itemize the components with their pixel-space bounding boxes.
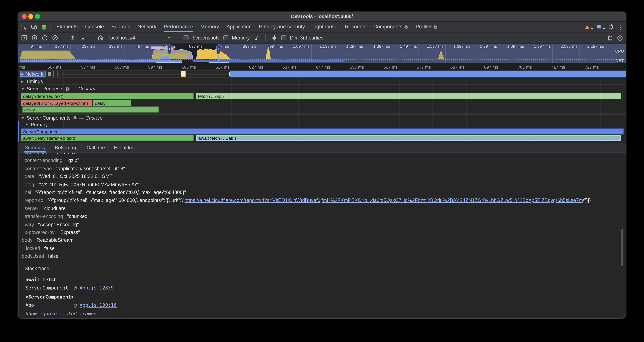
property-row: lockedfalse bbox=[18, 244, 625, 252]
flame-bar[interactable]: delay bbox=[93, 100, 131, 106]
tab-call-tree[interactable]: Call tree bbox=[82, 143, 110, 153]
server-components-track-header[interactable]: ▼Server Components — Custom bbox=[21, 115, 102, 121]
property-key: content-type bbox=[25, 166, 52, 171]
drag-handle-icon[interactable] bbox=[48, 71, 51, 76]
history-select[interactable]: localhost #4 ▼ bbox=[108, 35, 172, 41]
stack-trace-title: Stack trace bbox=[25, 265, 50, 271]
record-icon[interactable] bbox=[31, 35, 38, 41]
ruler-tick-label: 697 ms bbox=[477, 65, 498, 70]
flame-bar[interactable]: delay bbox=[22, 106, 159, 113]
tab-lighthouse[interactable]: Lighthouse bbox=[309, 22, 341, 32]
tab-bottom-up[interactable]: Bottom-up bbox=[50, 143, 82, 153]
source-location-link[interactable]: App.js:190:16 bbox=[80, 302, 116, 308]
show-ignore-listed-frames-link[interactable]: Show ignore-listed frames bbox=[26, 311, 97, 317]
ruler-tick-label: 667 ms bbox=[376, 65, 398, 70]
network-request-bar[interactable] bbox=[230, 71, 626, 77]
network-track-header[interactable]: ▶Network bbox=[20, 71, 51, 77]
tab-recorder[interactable]: Recorder bbox=[341, 22, 370, 32]
flame-chart[interactable]: ms 567 ms577 ms587 ms597 ms607 ms617 ms6… bbox=[18, 63, 626, 143]
flame-bar[interactable]: await fetch (…/api) bbox=[196, 135, 621, 141]
dim-3rd-parties-label[interactable]: Dim 3rd parties bbox=[290, 35, 324, 41]
scrollbar-thumb[interactable] bbox=[621, 229, 623, 266]
overview-tick-label: 1,797 ms bbox=[473, 44, 497, 49]
tab-performance[interactable]: Performance bbox=[160, 22, 197, 32]
download-profile-icon[interactable] bbox=[80, 35, 86, 41]
tab-console[interactable]: Console bbox=[81, 22, 108, 32]
ruler-tick-label: 677 ms bbox=[410, 65, 431, 70]
property-key: date bbox=[25, 174, 34, 179]
property-row: content-encoding"gzip" bbox=[18, 157, 625, 165]
property-value: "chunked" bbox=[67, 213, 89, 219]
property-row: connection"keep-alive" bbox=[18, 153, 625, 157]
screenshots-checkbox[interactable] bbox=[184, 35, 188, 40]
inspect-icon[interactable] bbox=[21, 24, 28, 30]
source-location-link[interactable]: App.js:128:9 bbox=[80, 285, 114, 290]
property-key: etag bbox=[25, 181, 34, 187]
server-requests-track-header[interactable]: ▼Server Requests — Custom bbox=[21, 86, 95, 92]
timeline-overview[interactable]: 97 ms197 ms297 ms397 ms497 ms597 ms697 m… bbox=[18, 44, 626, 63]
flame-bar[interactable]: ServerComponent bbox=[21, 128, 624, 135]
property-row: bodyReadableStream bbox=[18, 236, 625, 244]
flame-bar[interactable]: delay (deferred text) bbox=[21, 93, 194, 99]
flame-bar[interactable]: fetch (…/api) bbox=[196, 93, 621, 99]
memory-checkbox[interactable] bbox=[223, 35, 228, 40]
screenshots-label[interactable]: Screenshots bbox=[192, 35, 220, 41]
ruler-tick-label: 627 ms bbox=[242, 65, 263, 70]
ruler-tick-label: 577 ms bbox=[74, 65, 96, 70]
history-select-value: localhost #4 bbox=[109, 35, 136, 41]
overview-tick-label: 697 ms bbox=[178, 44, 202, 49]
tab-elements[interactable]: Elements bbox=[52, 22, 82, 32]
property-value: ReadableStream bbox=[36, 237, 74, 243]
primary-group-header[interactable]: ▼Primary bbox=[25, 122, 48, 127]
tab-network[interactable]: Network bbox=[134, 22, 160, 32]
issues-badge[interactable]: 1 bbox=[596, 24, 605, 30]
overview-tick-label: 397 ms bbox=[98, 44, 122, 49]
dim-3rd-parties-checkbox[interactable] bbox=[282, 35, 286, 40]
property-row: etag"W/\"4b1-RjEJloX9kRinu6F0MAZMmy6E5iA… bbox=[18, 181, 625, 189]
property-value: false bbox=[44, 245, 55, 251]
collect-garbage-icon[interactable] bbox=[254, 35, 260, 41]
message-icon bbox=[596, 24, 602, 30]
tab-summary[interactable]: Summary bbox=[20, 143, 50, 153]
property-value: "Accept-Encoding" bbox=[38, 221, 79, 227]
upload-profile-icon[interactable] bbox=[70, 35, 76, 41]
clear-icon[interactable] bbox=[52, 35, 58, 41]
devtools-window: DevTools - localhost:3000/ Elements Cons… bbox=[18, 12, 626, 319]
overview-tick-label: 1,997 ms bbox=[527, 44, 551, 49]
tab-sources[interactable]: Sources bbox=[108, 22, 134, 32]
device-toolbar-icon[interactable] bbox=[31, 24, 37, 30]
help-icon[interactable]: ? bbox=[617, 35, 623, 41]
overview-tick-label: 2,097 ms bbox=[554, 44, 578, 49]
report-to-link[interactable]: https://a.nel.cloudflare.com/report/v4?s… bbox=[184, 197, 583, 203]
settings-gear-icon[interactable] bbox=[608, 24, 614, 30]
overview-tick-label: 497 ms bbox=[125, 44, 149, 49]
event-details-card: connection"keep-alive"content-encoding"g… bbox=[18, 153, 625, 319]
tab-profiler[interactable]: Profiler bbox=[412, 22, 441, 32]
compress-icon[interactable] bbox=[271, 35, 278, 41]
tab-privacy-security[interactable]: Privacy and security bbox=[255, 22, 309, 32]
memory-label[interactable]: Memory bbox=[232, 35, 250, 41]
response-properties-list: connection"keep-alive"content-encoding"g… bbox=[18, 153, 625, 260]
divider bbox=[178, 35, 178, 41]
selection-left-handle[interactable]: ‖ bbox=[168, 45, 171, 54]
capture-settings-gear-icon[interactable] bbox=[606, 35, 613, 41]
tab-application[interactable]: Application bbox=[223, 22, 255, 32]
warnings-badge[interactable]: 1 bbox=[584, 24, 593, 30]
flame-bar[interactable]: delayedError (…ayed exception) bbox=[21, 100, 92, 106]
ruler-tick-label: 637 ms bbox=[275, 65, 297, 70]
selection-right-handle[interactable]: ‖ bbox=[216, 45, 220, 54]
home-icon[interactable] bbox=[97, 35, 104, 41]
ruler-tick-label: 597 ms bbox=[141, 65, 162, 70]
toggle-sidebar-icon[interactable] bbox=[21, 35, 28, 41]
network-request-small[interactable] bbox=[181, 71, 186, 77]
property-value: "Express" bbox=[59, 229, 80, 235]
overview-tick-label: 597 ms bbox=[152, 44, 176, 49]
tab-memory[interactable]: Memory bbox=[197, 22, 223, 32]
tab-components[interactable]: Components bbox=[370, 22, 412, 32]
reload-record-icon[interactable] bbox=[42, 35, 48, 41]
timings-track-header[interactable]: ▶Timings bbox=[21, 79, 43, 84]
extension-icon[interactable] bbox=[41, 24, 47, 30]
flame-bar[interactable]: await delay (deferred text) bbox=[21, 135, 194, 141]
tab-event-log[interactable]: Event log bbox=[109, 143, 139, 153]
more-options-icon[interactable]: ⋮ bbox=[618, 24, 624, 30]
